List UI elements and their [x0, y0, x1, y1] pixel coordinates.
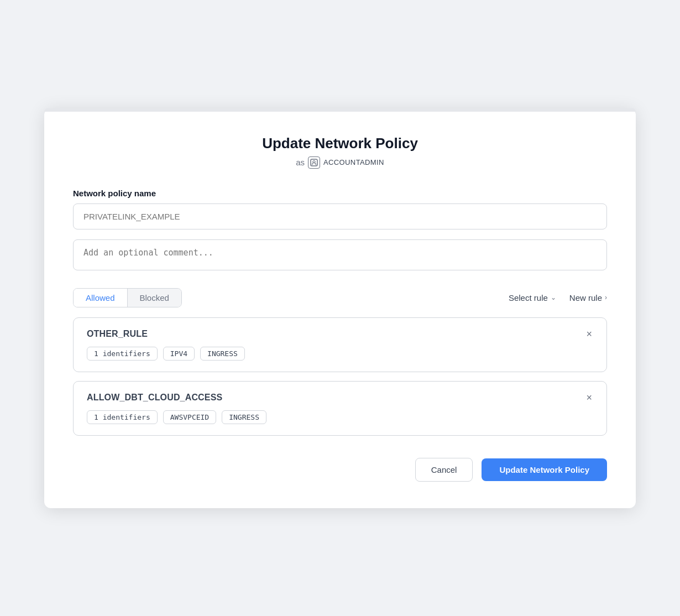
rule-tags: 1 identifiersAWSVPCEIDINGRESS	[87, 410, 593, 424]
modal-header: Update Network Policy as ACCOUNTADMIN	[73, 135, 607, 169]
modal-top-bar	[44, 108, 636, 112]
rule-tag: INGRESS	[222, 410, 266, 424]
submit-button[interactable]: Update Network Policy	[482, 458, 607, 481]
tab-allowed[interactable]: Allowed	[74, 289, 128, 307]
select-rule-label: Select rule	[509, 293, 548, 302]
close-rule-button[interactable]: ×	[583, 391, 595, 404]
chevron-down-icon: ⌄	[551, 294, 556, 301]
rule-tag: INGRESS	[200, 347, 245, 361]
tab-group: Allowed Blocked	[73, 288, 182, 307]
rule-tag: IPV4	[163, 347, 195, 361]
policy-name-input[interactable]	[73, 203, 607, 229]
role-text: ACCOUNTADMIN	[323, 158, 384, 166]
modal-footer: Cancel Update Network Policy	[73, 458, 607, 482]
comment-input[interactable]	[73, 239, 607, 270]
rule-name: ALLOW_DBT_CLOUD_ACCESS	[87, 393, 593, 403]
modal-title: Update Network Policy	[73, 135, 607, 152]
rules-list: OTHER_RULE1 identifiersIPV4INGRESS×ALLOW…	[73, 317, 607, 436]
tab-blocked[interactable]: Blocked	[128, 289, 181, 307]
modal-subtitle: as ACCOUNTADMIN	[73, 156, 607, 169]
new-rule-button[interactable]: New rule ›	[569, 293, 607, 302]
close-rule-button[interactable]: ×	[583, 328, 595, 340]
subtitle-as-text: as	[296, 158, 305, 167]
rule-name: OTHER_RULE	[87, 329, 593, 339]
svg-point-1	[313, 160, 315, 163]
role-icon	[308, 156, 320, 169]
chevron-right-icon: ›	[605, 294, 607, 301]
new-rule-label: New rule	[569, 293, 602, 302]
rule-tag: AWSVPCEID	[163, 410, 216, 424]
modal-container: Update Network Policy as ACCOUNTADMIN Ne…	[44, 108, 636, 508]
tabs-and-actions: Allowed Blocked Select rule ⌄ New rule ›	[73, 288, 607, 307]
rule-tag: 1 identifiers	[87, 347, 158, 361]
rule-card: ALLOW_DBT_CLOUD_ACCESS1 identifiersAWSVP…	[73, 381, 607, 436]
rule-tags: 1 identifiersIPV4INGRESS	[87, 347, 593, 361]
policy-name-label: Network policy name	[73, 189, 607, 198]
rule-card: OTHER_RULE1 identifiersIPV4INGRESS×	[73, 317, 607, 372]
actions-group: Select rule ⌄ New rule ›	[509, 293, 607, 302]
select-rule-button[interactable]: Select rule ⌄	[509, 293, 556, 302]
cancel-button[interactable]: Cancel	[415, 458, 473, 482]
rule-tag: 1 identifiers	[87, 410, 158, 424]
